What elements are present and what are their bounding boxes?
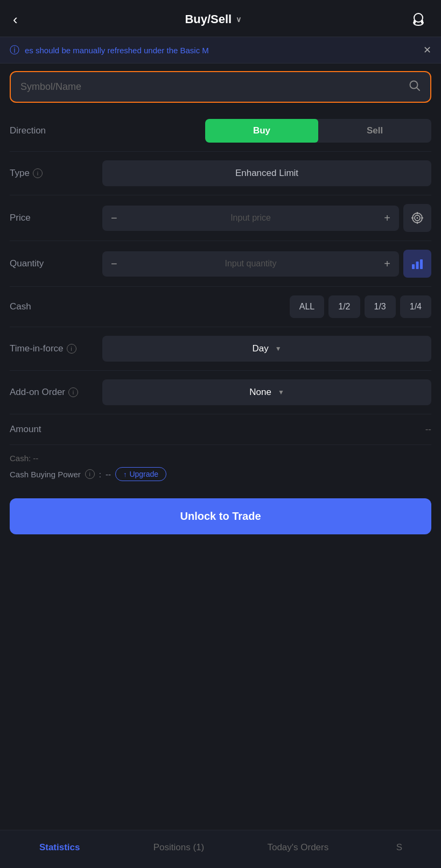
direction-row: Direction Buy Sell bbox=[10, 110, 431, 152]
cash-available-value: -- bbox=[33, 454, 38, 463]
banner-close-button[interactable]: ✕ bbox=[423, 44, 431, 56]
addon-label: Add-on Order i bbox=[10, 387, 96, 398]
quantity-stepper: − Input quantity + bbox=[102, 250, 431, 278]
info-icon: ⓘ bbox=[10, 44, 19, 57]
quantity-stepper-box: − Input quantity + bbox=[102, 251, 399, 277]
tab-positions[interactable]: Positions (1) bbox=[119, 840, 238, 855]
addon-dropdown[interactable]: None ▼ bbox=[102, 379, 431, 405]
cash-all-button[interactable]: ALL bbox=[290, 295, 324, 318]
back-button[interactable]: ‹ bbox=[13, 11, 18, 28]
type-selector[interactable]: Enhanced Limit bbox=[102, 160, 431, 186]
quantity-input[interactable]: Input quantity bbox=[124, 259, 378, 269]
search-area: Symbol/Name bbox=[0, 63, 441, 110]
tab-more[interactable]: S bbox=[358, 840, 441, 855]
title-chevron-icon[interactable]: ∨ bbox=[236, 15, 241, 24]
svg-rect-13 bbox=[420, 259, 423, 269]
search-icon[interactable] bbox=[409, 80, 421, 94]
svg-rect-11 bbox=[412, 264, 415, 269]
type-label: Type i bbox=[10, 168, 96, 179]
price-row: Price − Input price + bbox=[10, 195, 431, 241]
order-form: Direction Buy Sell Type i Enhanced Limit… bbox=[0, 110, 441, 485]
cash-info-section: Cash: -- Cash Buying Power i : -- ↑ Upgr… bbox=[10, 445, 431, 485]
banner-text: es should be manually refreshed under th… bbox=[25, 46, 418, 55]
addon-info-icon[interactable]: i bbox=[68, 387, 78, 397]
cash-available-label: Cash: bbox=[10, 454, 31, 463]
price-input[interactable]: Input price bbox=[124, 213, 378, 223]
cash-power-label: Cash Buying Power bbox=[10, 470, 81, 479]
type-info-icon[interactable]: i bbox=[33, 168, 43, 178]
quantity-chart-button[interactable] bbox=[403, 250, 431, 278]
header: ‹ Buy/Sell ∨ bbox=[0, 0, 441, 37]
tif-info-icon[interactable]: i bbox=[67, 344, 76, 354]
tif-row: Time-in-force i Day ▼ bbox=[10, 327, 431, 371]
cash-power-line: Cash Buying Power i : -- ↑ Upgrade bbox=[10, 467, 431, 481]
addon-value: None bbox=[249, 387, 271, 398]
amount-value: -- bbox=[425, 424, 431, 435]
cash-label: Cash bbox=[10, 301, 96, 312]
info-banner: ⓘ es should be manually refreshed under … bbox=[0, 37, 441, 63]
headphone-button[interactable] bbox=[409, 10, 428, 29]
direction-label: Direction bbox=[10, 125, 96, 136]
quantity-plus-button[interactable]: + bbox=[384, 258, 390, 270]
price-stepper: − Input price + bbox=[102, 204, 431, 232]
addon-chevron-icon: ▼ bbox=[278, 389, 284, 396]
unlock-section: Unlock to Trade bbox=[0, 485, 441, 551]
bar-chart-icon bbox=[410, 257, 424, 271]
sell-button[interactable]: Sell bbox=[318, 119, 431, 143]
price-label: Price bbox=[10, 213, 96, 223]
cash-buttons: ALL 1/2 1/3 1/4 bbox=[102, 295, 431, 318]
price-plus-button[interactable]: + bbox=[384, 212, 390, 224]
type-row: Type i Enhanced Limit bbox=[10, 152, 431, 195]
cash-third-button[interactable]: 1/3 bbox=[365, 295, 396, 318]
tif-dropdown[interactable]: Day ▼ bbox=[102, 336, 431, 362]
type-control: Enhanced Limit bbox=[102, 160, 431, 186]
target-icon bbox=[410, 211, 424, 225]
direction-toggle: Buy Sell bbox=[205, 119, 431, 143]
quantity-control: − Input quantity + bbox=[102, 250, 431, 278]
tif-value: Day bbox=[252, 343, 268, 354]
svg-point-6 bbox=[417, 217, 418, 219]
tif-control: Day ▼ bbox=[102, 336, 431, 362]
tif-chevron-icon: ▼ bbox=[275, 345, 282, 352]
cash-power-info-icon[interactable]: i bbox=[85, 469, 95, 479]
price-minus-button[interactable]: − bbox=[111, 212, 117, 224]
direction-control: Buy Sell bbox=[102, 119, 431, 143]
addon-control: None ▼ bbox=[102, 379, 431, 405]
cash-power-value: -- bbox=[106, 470, 111, 479]
quantity-label: Quantity bbox=[10, 258, 96, 269]
quantity-row: Quantity − Input quantity + bbox=[10, 241, 431, 287]
tab-todays-orders[interactable]: Today's Orders bbox=[239, 840, 358, 855]
upgrade-label: Upgrade bbox=[129, 470, 158, 478]
addon-row: Add-on Order i None ▼ bbox=[10, 371, 431, 414]
buy-button[interactable]: Buy bbox=[205, 119, 318, 143]
headphone-icon bbox=[410, 11, 427, 28]
cash-control: ALL 1/2 1/3 1/4 bbox=[102, 295, 431, 318]
header-title: Buy/Sell ∨ bbox=[185, 12, 241, 26]
tab-statistics[interactable]: Statistics bbox=[0, 840, 119, 855]
quantity-minus-button[interactable]: − bbox=[111, 258, 117, 270]
search-box[interactable]: Symbol/Name bbox=[10, 71, 431, 103]
search-placeholder: Symbol/Name bbox=[20, 81, 403, 93]
upgrade-arrow-icon: ↑ bbox=[123, 470, 127, 478]
amount-label: Amount bbox=[10, 424, 425, 435]
upgrade-button[interactable]: ↑ Upgrade bbox=[115, 467, 166, 481]
unlock-to-trade-button[interactable]: Unlock to Trade bbox=[10, 498, 431, 534]
price-target-button[interactable] bbox=[403, 204, 431, 232]
price-control: − Input price + bbox=[102, 204, 431, 232]
bottom-tab-bar: Statistics Positions (1) Today's Orders … bbox=[0, 830, 441, 868]
price-stepper-box: − Input price + bbox=[102, 206, 399, 231]
svg-rect-12 bbox=[416, 262, 419, 269]
cash-power-separator: : bbox=[99, 470, 101, 479]
cash-half-button[interactable]: 1/2 bbox=[328, 295, 360, 318]
cash-available-line: Cash: -- bbox=[10, 454, 431, 463]
tif-label: Time-in-force i bbox=[10, 343, 96, 354]
cash-row: Cash ALL 1/2 1/3 1/4 bbox=[10, 287, 431, 327]
page-title: Buy/Sell bbox=[185, 12, 232, 26]
amount-row: Amount -- bbox=[10, 414, 431, 445]
cash-quarter-button[interactable]: 1/4 bbox=[400, 295, 431, 318]
